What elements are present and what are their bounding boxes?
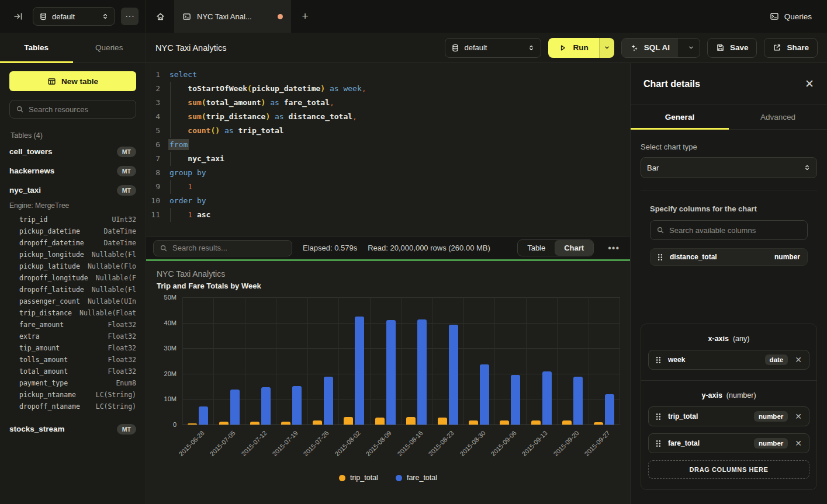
table-row[interactable]: hackernewsMT xyxy=(9,161,136,180)
bar-fare_total[interactable] xyxy=(480,364,489,425)
new-table-button[interactable]: New table xyxy=(9,71,136,91)
results-search-input[interactable] xyxy=(172,244,286,252)
bar-fare_total[interactable] xyxy=(355,317,364,425)
sql-editor[interactable]: 1select2 toStartOfWeek(pickup_datetime) … xyxy=(146,63,630,236)
bar-trip_total[interactable] xyxy=(406,417,416,425)
database-selector[interactable]: default xyxy=(445,38,541,58)
code-token: trip_distance xyxy=(206,112,266,121)
bar-trip_total[interactable] xyxy=(531,420,541,425)
drop-zone[interactable]: DRAG COLUMNS HERE xyxy=(648,460,809,479)
bar-group xyxy=(432,297,463,425)
bar-fare_total[interactable] xyxy=(542,371,552,425)
home-button[interactable] xyxy=(146,0,174,33)
bar-trip_total[interactable] xyxy=(375,418,385,425)
bar-fare_total[interactable] xyxy=(386,320,396,425)
view-toggle-table-label: Table xyxy=(527,244,545,252)
sidebar-search[interactable] xyxy=(9,100,136,119)
tab-general[interactable]: General xyxy=(631,105,729,129)
column-type: Nullable(F xyxy=(96,274,136,282)
drag-handle-icon[interactable] xyxy=(655,412,662,421)
code-token xyxy=(325,84,330,93)
sql-ai-button[interactable]: SQL AI xyxy=(622,39,678,57)
legend-item[interactable]: trip_total xyxy=(339,474,378,482)
sidebar-tab-tables[interactable]: Tables xyxy=(0,33,73,62)
plot-area[interactable] xyxy=(182,297,620,425)
columns-search-input[interactable] xyxy=(669,226,801,235)
available-column-card[interactable]: distance_totalnumber xyxy=(650,248,808,266)
column-name: dropoff_datetime xyxy=(19,239,84,247)
run-button[interactable]: Run xyxy=(548,38,598,58)
bar-trip_total[interactable] xyxy=(469,420,478,425)
workspace-selector[interactable]: default xyxy=(33,7,115,26)
chart-title: NYC Taxi Analytics xyxy=(157,269,620,279)
drag-handle-icon[interactable] xyxy=(656,253,664,262)
bar-trip_total[interactable] xyxy=(438,418,447,425)
axes-config: x-axis (any) weekdate✕ y-axis (number) t… xyxy=(641,324,817,490)
share-button[interactable]: Share xyxy=(764,38,818,58)
bar-trip_total[interactable] xyxy=(313,420,322,425)
code-line: 2 toStartOfWeek(pickup_datetime) as week… xyxy=(146,82,630,96)
drag-handle-icon[interactable] xyxy=(655,439,662,448)
close-panel-button[interactable]: ✕ xyxy=(805,77,814,91)
bar-fare_total[interactable] xyxy=(199,406,208,425)
results-search[interactable] xyxy=(153,240,292,256)
drag-handle-icon[interactable] xyxy=(655,356,662,364)
bar-fare_total[interactable] xyxy=(230,390,240,425)
table-row[interactable]: cell_towersMT xyxy=(9,142,136,161)
line-text: group by xyxy=(169,166,206,180)
bar-fare_total[interactable] xyxy=(573,377,583,425)
axis-column-card[interactable]: trip_totalnumber✕ xyxy=(648,406,809,426)
new-table-label: New table xyxy=(61,77,98,86)
bar-fare_total[interactable] xyxy=(292,386,302,425)
terminal-icon xyxy=(182,12,191,21)
view-toggle-chart[interactable]: Chart xyxy=(555,240,593,256)
x-tick-label: 2015-07-19 xyxy=(271,429,299,457)
save-button[interactable]: Save xyxy=(707,38,757,58)
line-number: 11 xyxy=(146,208,169,222)
tab-nyc-taxi-analytics[interactable]: NYC Taxi Anal... xyxy=(174,0,291,33)
results-more-button[interactable]: ••• xyxy=(604,243,623,253)
code-token: toStartOfWeek xyxy=(188,84,247,93)
sql-ai-options-button[interactable] xyxy=(683,39,700,57)
bar-fare_total[interactable] xyxy=(324,377,333,425)
sidebar-content: New table Tables (4) cell_towersMThacker… xyxy=(0,63,146,504)
remove-column-button[interactable]: ✕ xyxy=(794,439,803,448)
y-tick-label: 30M xyxy=(164,345,177,352)
bar-fare_total[interactable] xyxy=(449,325,458,425)
bar-trip_total[interactable] xyxy=(344,417,353,425)
remove-column-button[interactable]: ✕ xyxy=(794,355,803,364)
bar-fare_total[interactable] xyxy=(417,319,427,425)
chart-type-selector[interactable]: Bar xyxy=(641,157,817,178)
columns-search[interactable] xyxy=(650,220,808,240)
bar-fare_total[interactable] xyxy=(605,394,614,425)
ellipsis-icon: ••• xyxy=(608,243,620,253)
code-token xyxy=(169,210,188,219)
legend-item[interactable]: fare_total xyxy=(396,474,437,482)
axis-column-card[interactable]: weekdate✕ xyxy=(648,350,809,370)
table-row[interactable]: stocks_streamMT xyxy=(9,419,136,439)
column-name: pickup_longitude xyxy=(19,251,84,259)
collapse-sidebar-button[interactable] xyxy=(9,8,27,25)
column-type: DateTime xyxy=(104,227,136,235)
bar-fare_total[interactable] xyxy=(261,387,271,425)
sidebar-search-input[interactable] xyxy=(29,105,130,114)
columns-section-label: Specify columns for the chart xyxy=(650,204,808,213)
bar-fare_total[interactable] xyxy=(511,375,520,425)
available-column-type: number xyxy=(774,253,800,261)
table-row[interactable]: nyc_taxiMT xyxy=(9,180,136,200)
axis-column-card[interactable]: fare_totalnumber✕ xyxy=(648,433,809,453)
view-toggle-table[interactable]: Table xyxy=(518,240,555,256)
remove-column-button[interactable]: ✕ xyxy=(794,412,803,421)
tab-bar: NYC Taxi Anal... + xyxy=(146,0,770,33)
code-token: select xyxy=(169,70,197,79)
new-tab-button[interactable]: + xyxy=(291,0,319,33)
table-name: nyc_taxi xyxy=(9,186,117,194)
code-token: , xyxy=(330,98,334,107)
column-name: dropoff_ntaname xyxy=(19,402,80,411)
sidebar-tab-queries[interactable]: Queries xyxy=(73,33,146,62)
run-options-button[interactable] xyxy=(599,38,614,58)
tab-advanced[interactable]: Advanced xyxy=(729,105,827,129)
workspace-more-button[interactable]: ··· xyxy=(121,8,139,25)
queries-button[interactable]: Queries xyxy=(770,12,812,21)
column-name: dropoff_latitude xyxy=(19,286,84,294)
